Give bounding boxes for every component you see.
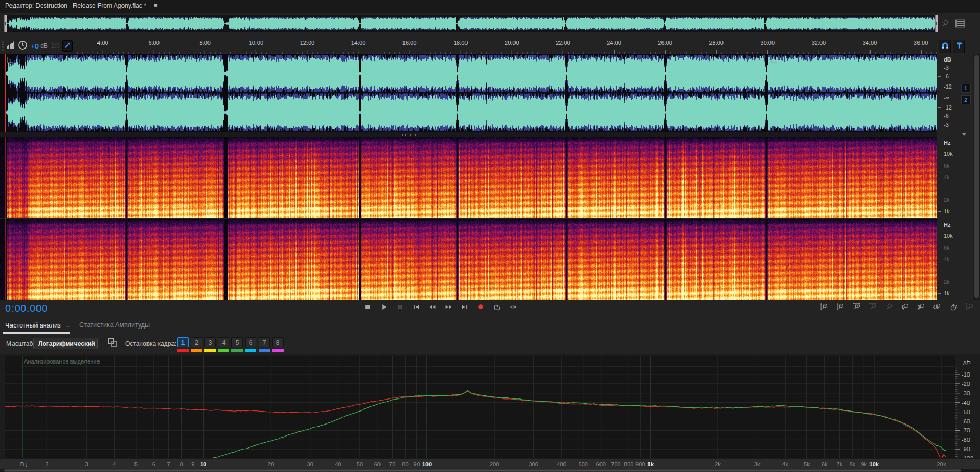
panel-menu-icon[interactable]: ≡ xyxy=(154,2,158,9)
zoom-selection-button[interactable]: ❮❯ xyxy=(933,302,942,313)
hold-button-7[interactable]: 7 xyxy=(259,337,270,352)
corner-widget-icon[interactable] xyxy=(771,57,777,63)
zoom-full-icon xyxy=(965,302,974,313)
timecode-display[interactable]: 0:00.000 xyxy=(5,302,48,314)
hold-buttons: 12345678 xyxy=(177,337,284,352)
amplitude-unit: dB xyxy=(944,56,951,63)
y-axis-label: -70 xyxy=(962,427,970,433)
zoom-reset-button[interactable] xyxy=(884,302,893,313)
amplitude-scale-label: -∞ xyxy=(944,94,950,101)
copy-graph-button[interactable] xyxy=(108,338,117,347)
x-axis-label: 10 xyxy=(200,461,206,467)
hold-button-3[interactable]: 3 xyxy=(204,337,216,352)
frequency-scale-label: 4k xyxy=(944,174,950,180)
vertical-scrollbar[interactable] xyxy=(973,54,980,300)
pin-icon xyxy=(64,41,71,51)
gain-value[interactable]: +0 xyxy=(31,42,39,50)
playhead-move-button[interactable] xyxy=(507,302,519,313)
zoom-toolbar: ❮❯❮❯ xyxy=(819,302,974,313)
hold-button-4[interactable]: 4 xyxy=(218,337,229,352)
record-button[interactable] xyxy=(475,302,486,313)
spectrogram-canvas[interactable] xyxy=(0,219,937,300)
x-axis-label: 500 xyxy=(579,461,588,467)
zoom-out-point-icon: ❯ xyxy=(917,302,926,313)
snap-toggle-button[interactable] xyxy=(939,40,951,53)
panel-grip[interactable] xyxy=(1,41,4,51)
tab-amplitude-statistics[interactable]: Статистика Амплитуды xyxy=(79,321,150,329)
hold-button-label: 1 xyxy=(177,337,189,347)
hold-button-label: 6 xyxy=(245,337,256,347)
hold-button-8[interactable]: 8 xyxy=(272,337,284,352)
scale-select-value: Логарифмический xyxy=(38,340,95,347)
scale-tick xyxy=(938,236,941,236)
y-axis-label: -10 xyxy=(962,371,970,378)
skip-end-button[interactable] xyxy=(459,302,470,313)
x-axis-label: 70 xyxy=(389,461,395,467)
scrollbar-thumb[interactable] xyxy=(4,470,961,472)
frequency-scale-label: 6k xyxy=(944,245,950,251)
fast-forward-button[interactable] xyxy=(443,302,454,313)
audition-editor-window: Редактор: Destruction - Release From Ago… xyxy=(0,0,980,472)
frequency-scale-2: Hz 10k6k4k2k1k xyxy=(937,219,973,300)
zoom-out-vertical-button[interactable] xyxy=(836,302,845,313)
zoom-in-horizontal-button[interactable] xyxy=(852,302,861,313)
scale-dropdown-icon[interactable] xyxy=(962,133,966,136)
marker-toggle-button[interactable] xyxy=(953,40,965,53)
ruler-time-label: 34:00 xyxy=(863,40,877,46)
x-axis-label: 90 xyxy=(413,461,420,467)
hold-button-6[interactable]: 6 xyxy=(245,337,256,352)
list-icon[interactable] xyxy=(956,19,965,30)
spectrogram-channel-1[interactable] xyxy=(0,137,938,218)
skip-start-button[interactable] xyxy=(410,302,422,313)
spectrogram-channel-2[interactable] xyxy=(0,219,938,300)
overview-strip[interactable] xyxy=(4,15,938,32)
waveform-canvas[interactable] xyxy=(0,54,937,132)
play-button[interactable] xyxy=(378,302,389,313)
x-axis-label: 2k xyxy=(715,461,721,467)
corner-widget-icon[interactable] xyxy=(7,57,13,63)
frequency-scale-1: Hz 10k6k4k2k1k xyxy=(937,137,973,218)
scale-select[interactable]: Логарифмический ⌄ xyxy=(33,338,98,349)
analyzed-selection-label: Анализированое выделение xyxy=(24,358,100,365)
zoom-full-button[interactable] xyxy=(965,302,974,313)
x-axis-label: 1k xyxy=(647,461,654,467)
frequency-scale-label: 1k xyxy=(944,290,950,296)
channel-badge[interactable]: 1 xyxy=(961,84,971,93)
divider-grip[interactable] xyxy=(401,134,416,136)
playhead[interactable] xyxy=(5,54,6,132)
ruler-time-label: 8:00 xyxy=(199,40,210,46)
clock-icon[interactable] xyxy=(18,40,28,52)
scrollbar-thumb[interactable] xyxy=(974,55,979,298)
timeline-ruler[interactable]: 4:006:008:0010:0012:0014:0016:0018:0020:… xyxy=(0,38,937,55)
loop-button[interactable] xyxy=(491,302,503,313)
zoom-out-horizontal-button[interactable] xyxy=(868,302,877,313)
zoom-timed-button[interactable] xyxy=(949,302,958,313)
hold-button-2[interactable]: 2 xyxy=(191,337,202,352)
tab-frequency-analysis[interactable]: Частотный анализ ≡ xyxy=(5,321,70,329)
frequency-scale-label: 2k xyxy=(944,197,950,203)
zoom-in-vertical-button[interactable] xyxy=(819,302,829,313)
hold-button-1[interactable]: 1 xyxy=(177,337,189,352)
rewind-button[interactable] xyxy=(426,302,438,313)
x-axis-label: 6k xyxy=(822,461,828,467)
record-icon xyxy=(477,303,484,312)
amplitude-scale-label: -3 xyxy=(944,122,949,128)
selection-handle-left[interactable] xyxy=(4,15,7,32)
channel-badge[interactable]: 2 xyxy=(961,95,971,104)
autoscroll-pin-button[interactable] xyxy=(62,40,73,52)
pause-button[interactable] xyxy=(394,302,406,313)
levels-icon[interactable] xyxy=(6,41,15,51)
page-title: Редактор: Destruction - Release From Ago… xyxy=(5,2,146,9)
zoom-reset-icon[interactable] xyxy=(940,19,949,30)
zoom-in-point-button[interactable]: ❮ xyxy=(900,302,910,313)
frequency-analysis-plot[interactable]: дБ-10-20-30-40-50-60-70-80-90-100Гц23456… xyxy=(0,354,980,472)
overview-waveform[interactable] xyxy=(7,15,935,32)
zoom-out-point-button[interactable]: ❯ xyxy=(916,302,926,313)
panel-menu-icon[interactable]: ≡ xyxy=(66,321,70,329)
spectrogram-canvas[interactable] xyxy=(0,137,937,218)
hold-button-5[interactable]: 5 xyxy=(231,337,243,352)
waveform-display[interactable] xyxy=(0,54,938,132)
stop-button[interactable] xyxy=(362,302,373,313)
frequency-scale-label: 2k xyxy=(944,279,950,285)
selection-handle-right[interactable] xyxy=(935,15,938,32)
